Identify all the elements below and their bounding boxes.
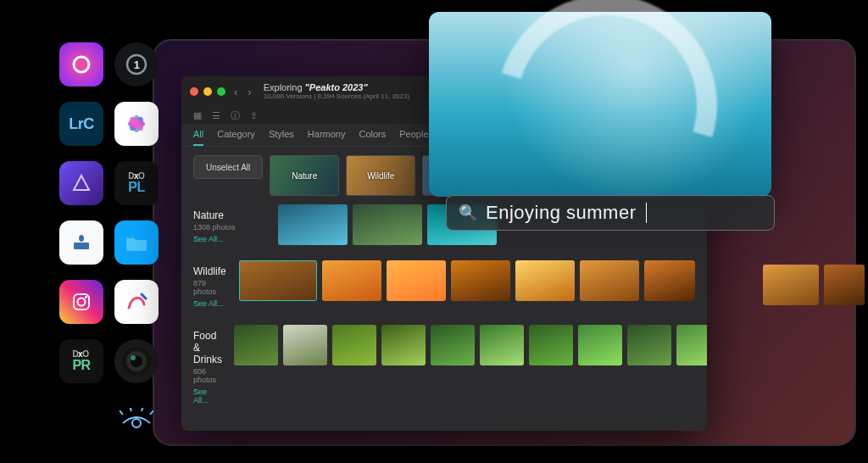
section-wildlife: Wildlife 879 photos See All... [193, 260, 695, 313]
see-all-link[interactable]: See All... [193, 235, 266, 243]
svg-point-3 [78, 298, 86, 306]
nav-back-icon[interactable]: ‹ [232, 86, 239, 98]
app-icon-utility[interactable] [59, 220, 103, 265]
window-title: Exploring "Peakto 2023" [264, 83, 409, 93]
toolbar-grid-icon[interactable]: ▦ [193, 110, 202, 121]
thumbnail[interactable] [480, 325, 524, 365]
thumbnail[interactable] [578, 325, 622, 365]
thumbnail[interactable] [763, 265, 819, 305]
wildlife-overflow [763, 265, 865, 305]
window-controls [190, 87, 225, 96]
svg-line-21 [130, 408, 131, 411]
section-title: Nature [193, 209, 266, 221]
tab-harmony[interactable]: Harmony [308, 129, 346, 146]
text-cursor [646, 203, 647, 223]
svg-point-0 [74, 57, 89, 72]
window-subtitle: 10,086 Versions | 8,394 Sources (April 1… [264, 93, 409, 100]
thumbnail[interactable] [283, 325, 327, 365]
thumbnail[interactable] [824, 265, 865, 305]
svg-line-23 [150, 410, 153, 415]
search-input-value[interactable]: Enjoying summer [486, 202, 636, 224]
svg-point-18 [131, 355, 136, 360]
svg-line-22 [142, 408, 143, 411]
see-all-link[interactable]: See All... [193, 299, 227, 308]
thumbnail[interactable] [278, 204, 348, 245]
thumbnail[interactable] [431, 325, 475, 365]
tab-people[interactable]: People [399, 129, 428, 146]
dock-column-a: LrC DxOPR [59, 42, 103, 383]
tab-colors[interactable]: Colors [359, 129, 386, 146]
thumbnail[interactable] [381, 325, 426, 365]
thumbnail[interactable] [515, 260, 575, 301]
tab-all[interactable]: All [193, 129, 203, 146]
section-title: Wildlife [193, 265, 227, 277]
section-count: 879 photos [193, 279, 227, 296]
section-title: Food & Drinks [193, 330, 222, 365]
thumbnail[interactable] [387, 260, 446, 301]
filter-chip-nature[interactable]: Nature [270, 155, 339, 196]
svg-rect-1 [74, 243, 89, 249]
thumbnail[interactable] [676, 325, 707, 365]
section-count: 1308 photos [193, 223, 266, 232]
thumbnail[interactable] [529, 325, 573, 365]
app-icon-camera-lens[interactable] [114, 339, 159, 383]
maximize-button[interactable] [217, 87, 225, 96]
nav-forward-icon[interactable]: › [246, 86, 253, 98]
toolbar-list-icon[interactable]: ☰ [212, 110, 220, 121]
search-icon: 🔍 [459, 204, 477, 222]
app-icon-luminar[interactable] [59, 161, 103, 205]
thumbnail[interactable] [234, 325, 278, 365]
toolbar-info-icon[interactable]: ⓘ [231, 109, 240, 122]
section-food: Food & Drinks 606 photos See All... [193, 325, 695, 410]
section-count: 606 photos [193, 367, 222, 384]
app-icon-on1[interactable] [59, 42, 103, 86]
svg-line-20 [120, 410, 123, 415]
minimize-button[interactable] [203, 87, 212, 96]
app-icon-lightroom[interactable]: LrC [59, 102, 103, 146]
toolbar-share-icon[interactable]: ⇪ [250, 110, 258, 121]
app-icon-eye[interactable] [114, 399, 159, 443]
app-icon-dxo-pl[interactable]: DxOPL [114, 161, 159, 205]
content-area: Nature 1308 photos See All... Wildlife 8… [181, 204, 707, 431]
tab-category[interactable]: Category [217, 129, 255, 146]
dock-column-b: 1 DxOPL [114, 42, 159, 443]
thumbnail[interactable] [580, 260, 639, 301]
thumbnail[interactable] [353, 204, 422, 245]
hero-image [429, 12, 771, 197]
close-button[interactable] [190, 87, 198, 96]
tab-styles[interactable]: Styles [269, 129, 294, 146]
thumbnail[interactable] [332, 325, 376, 365]
thumbnail[interactable] [239, 260, 317, 301]
svg-point-4 [85, 296, 87, 298]
app-icon-dxo-pr[interactable]: DxOPR [59, 339, 103, 383]
filter-chip-wildlife[interactable]: Wildlife [346, 155, 415, 196]
app-icon-instagram[interactable] [59, 280, 103, 324]
svg-point-19 [132, 419, 141, 427]
thumbnail[interactable] [644, 260, 695, 301]
app-icon-editor[interactable] [114, 280, 159, 324]
unselect-all-button[interactable]: Unselect All [193, 155, 263, 179]
app-icon-captureone[interactable]: 1 [114, 42, 159, 86]
app-icon-folder[interactable] [114, 220, 159, 265]
thumbnail[interactable] [627, 325, 671, 365]
thumbnail[interactable] [451, 260, 510, 301]
see-all-link[interactable]: See All... [193, 388, 222, 404]
thumbnail[interactable] [322, 260, 381, 301]
search-overlay[interactable]: 🔍 Enjoying summer [446, 195, 775, 231]
svg-text:1: 1 [134, 59, 140, 71]
app-icon-apple-photos[interactable] [114, 102, 159, 146]
